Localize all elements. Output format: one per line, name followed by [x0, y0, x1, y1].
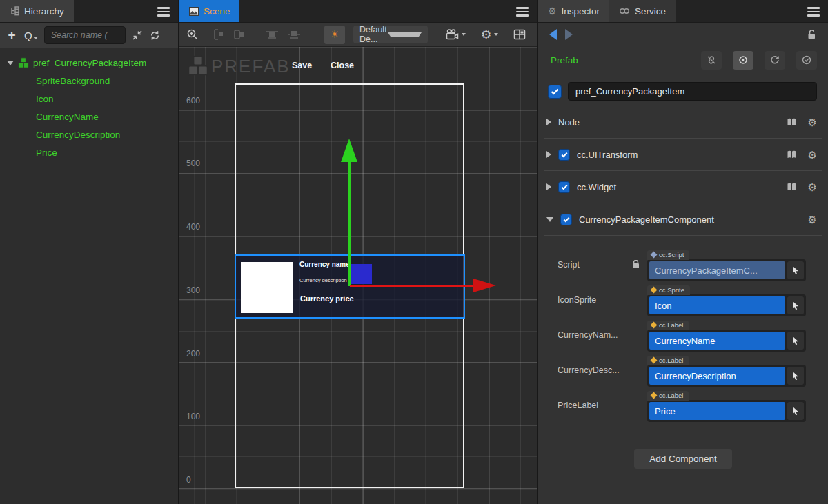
- tree-node[interactable]: SpriteBackground: [0, 72, 178, 90]
- gear-icon[interactable]: ⚙: [808, 182, 817, 192]
- help-book-icon[interactable]: [787, 117, 797, 127]
- zoom-icon[interactable]: [186, 28, 199, 41]
- gizmo-y-axis[interactable]: [348, 162, 351, 286]
- inspector-nav-row: [538, 23, 828, 46]
- inspector-menu-icon[interactable]: [807, 7, 820, 19]
- tab-hierarchy[interactable]: Hierarchy: [0, 0, 74, 22]
- layout-grid-icon[interactable]: [513, 29, 526, 40]
- expand-arrow-icon[interactable]: [546, 119, 551, 125]
- property-row-script: Script cc.Script CurrencyPackageItemC...: [538, 247, 828, 279]
- prefab-save-button[interactable]: Save: [292, 61, 312, 70]
- component-enabled-checkbox[interactable]: [558, 181, 570, 193]
- gear-icon[interactable]: ⚙: [808, 150, 817, 160]
- picker-cursor-icon[interactable]: [787, 332, 804, 350]
- gizmo-mode-dropdown[interactable]: Default De...: [353, 26, 428, 43]
- ruler-label: 100: [186, 412, 200, 421]
- tree-node-label: CurrencyDescription: [36, 130, 120, 140]
- section-divider: [544, 235, 822, 236]
- sprite-reference-field[interactable]: Icon: [649, 296, 785, 314]
- property-label: CurrencyDesc...: [558, 365, 620, 375]
- add-component-button[interactable]: Add Component: [634, 449, 732, 469]
- expand-arrow-icon[interactable]: [546, 151, 551, 158]
- prefab-close-button[interactable]: Close: [331, 61, 354, 70]
- tab-inspector[interactable]: ⚙ Inspector: [538, 0, 609, 22]
- hierarchy-search-input[interactable]: [44, 26, 126, 44]
- picker-cursor-icon[interactable]: [787, 296, 804, 314]
- type-badge: cc.Label: [647, 321, 689, 330]
- reference-box: CurrencyPackageItemC...: [647, 259, 806, 281]
- node-active-checkbox[interactable]: [548, 85, 562, 99]
- insert-sibling-left-icon[interactable]: [213, 29, 225, 40]
- search-type-button[interactable]: Q: [24, 30, 38, 41]
- section-node[interactable]: Node ⚙: [538, 110, 828, 134]
- reset-prefab-button[interactable]: [765, 51, 785, 70]
- inspector-gear-icon: ⚙: [548, 6, 557, 16]
- editor-root: Hierarchy + Q pref_Curr: [0, 0, 828, 504]
- camera-settings-dropdown[interactable]: [446, 29, 466, 40]
- unlink-prefab-button[interactable]: [701, 51, 722, 70]
- create-node-button[interactable]: +: [6, 28, 18, 43]
- component-enabled-checkbox[interactable]: [558, 149, 570, 161]
- hierarchy-tree-icon: [10, 6, 19, 16]
- expand-arrow-icon[interactable]: [546, 217, 553, 222]
- section-widget[interactable]: cc.Widget ⚙: [538, 175, 828, 199]
- picker-cursor-icon[interactable]: [787, 261, 804, 279]
- scene-menu-icon[interactable]: [516, 7, 529, 19]
- tree-node[interactable]: Price: [0, 143, 178, 161]
- collapse-all-icon[interactable]: [132, 30, 143, 41]
- expand-arrow-icon[interactable]: [546, 183, 551, 190]
- type-badge: cc.Sprite: [647, 285, 690, 295]
- hierarchy-tabbar: Hierarchy: [0, 0, 178, 23]
- scene-viewport[interactable]: 600 500 400 300 200 100 0 PREFAB Save Cl…: [179, 47, 537, 504]
- tree-node[interactable]: CurrencyDescription: [0, 125, 178, 143]
- expand-arrow-icon[interactable]: [7, 61, 14, 65]
- section-title: Node: [558, 117, 780, 128]
- help-book-icon[interactable]: [787, 182, 797, 192]
- history-forward-button[interactable]: [565, 29, 573, 40]
- chevron-down-icon: [388, 32, 422, 37]
- tree-node[interactable]: Icon: [0, 90, 178, 108]
- ruler-label: 400: [186, 222, 200, 232]
- gizmo-x-axis-arrow-icon[interactable]: [473, 279, 496, 292]
- label-reference-field[interactable]: CurrencyName: [649, 332, 785, 350]
- gear-icon[interactable]: ⚙: [808, 214, 817, 225]
- tab-scene[interactable]: Scene: [179, 0, 239, 22]
- tab-hierarchy-label: Hierarchy: [24, 6, 64, 17]
- node-name-input[interactable]: [568, 82, 817, 101]
- history-back-button[interactable]: [549, 29, 557, 40]
- apply-prefab-button[interactable]: [796, 51, 817, 70]
- gizmo-y-axis-arrow-icon[interactable]: [341, 139, 357, 162]
- label-reference-field[interactable]: Price: [649, 402, 785, 420]
- gear-icon: ⚙: [481, 29, 491, 41]
- script-reference-field[interactable]: CurrencyPackageItemC...: [649, 261, 785, 279]
- gizmo-xy-plane-handle[interactable]: [350, 264, 372, 284]
- gizmo-x-axis[interactable]: [350, 285, 475, 287]
- tree-node-root[interactable]: pref_CurrencyPackageItem: [0, 54, 178, 72]
- property-label: CurrencyNam...: [558, 330, 618, 340]
- component-enabled-checkbox[interactable]: [560, 214, 572, 225]
- align-middle-icon[interactable]: [287, 29, 301, 40]
- refresh-icon[interactable]: [149, 30, 161, 41]
- align-top-icon[interactable]: [265, 29, 279, 40]
- tree-node[interactable]: CurrencyName: [0, 108, 178, 125]
- hierarchy-menu-icon[interactable]: [157, 7, 170, 19]
- help-book-icon[interactable]: [787, 150, 797, 159]
- tree-node-label: Price: [36, 148, 57, 158]
- tab-service[interactable]: Service: [609, 0, 676, 22]
- picker-cursor-icon[interactable]: [787, 367, 804, 385]
- ruler-label: 0: [186, 475, 191, 485]
- gear-icon[interactable]: ⚙: [808, 117, 817, 128]
- section-currencypackageitemcomponent[interactable]: CurrencyPackageItemComponent ⚙: [538, 208, 828, 231]
- unlock-icon[interactable]: [807, 29, 817, 40]
- section-uitransform[interactable]: cc.UITransform ⚙: [538, 143, 828, 166]
- scene-gear-dropdown[interactable]: ⚙: [481, 29, 498, 41]
- component-properties: Script cc.Script CurrencyPackageItemC...: [538, 240, 828, 423]
- insert-sibling-right-icon[interactable]: [233, 29, 246, 40]
- picker-cursor-icon[interactable]: [787, 402, 804, 420]
- locate-prefab-button[interactable]: [733, 51, 753, 70]
- lighting-toggle-button[interactable]: ☀: [324, 26, 345, 44]
- component-sections: Node ⚙ cc.UITransform ⚙: [538, 110, 828, 240]
- tab-inspector-label: Inspector: [562, 6, 600, 17]
- prefab-watermark-icon: [188, 55, 208, 76]
- label-reference-field[interactable]: CurrencyDescription: [649, 367, 785, 385]
